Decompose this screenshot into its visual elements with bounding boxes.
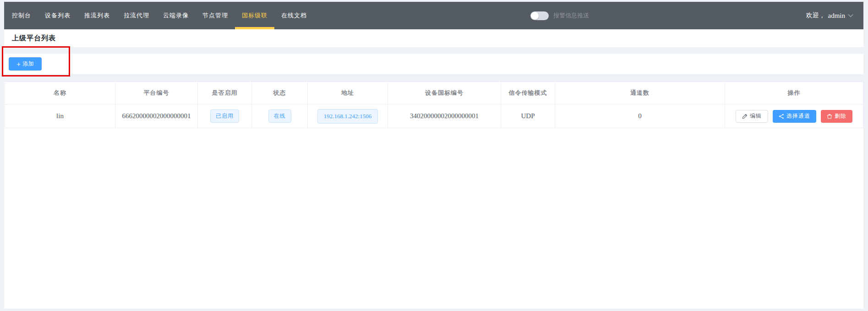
plus-icon: +	[16, 61, 20, 67]
platform-table-section: 名称 平台编号 是否启用 状态 地址 设备国标编号 信令传输模式 通道数 操作 …	[4, 82, 863, 309]
delete-button[interactable]: 删除	[821, 110, 852, 123]
toggle-knob	[531, 12, 539, 20]
cell-name: lin	[5, 104, 115, 128]
edit-button-label: 编辑	[750, 112, 762, 120]
cell-status: 在线	[252, 104, 308, 128]
col-header-actions: 操作	[725, 82, 863, 104]
page-header: 上级平台列表	[4, 29, 863, 47]
edit-button[interactable]: 编辑	[736, 110, 768, 123]
section-gap	[4, 47, 863, 54]
delete-button-label: 删除	[835, 112, 846, 120]
platform-table: 名称 平台编号 是否启用 状态 地址 设备国标编号 信令传输模式 通道数 操作 …	[5, 82, 863, 128]
col-header-enabled: 是否启用	[198, 82, 252, 104]
col-header-channel-count: 通道数	[555, 82, 725, 104]
col-header-transport: 信令传输模式	[501, 82, 555, 104]
col-header-status: 状态	[252, 82, 308, 104]
nav-item-device-list[interactable]: 设备列表	[38, 2, 77, 29]
page-title: 上级平台列表	[12, 34, 56, 43]
trash-icon	[827, 114, 832, 119]
select-channel-button[interactable]: 选择通道	[773, 110, 816, 123]
top-navbar: 控制台 设备列表 推流列表 拉流代理 云端录像 节点管理 国标级联 在线文档 报…	[4, 2, 863, 29]
toolbar: + 添加	[4, 54, 863, 74]
nav-item-cloud-record[interactable]: 云端录像	[156, 2, 196, 29]
table-header-row: 名称 平台编号 是否启用 状态 地址 设备国标编号 信令传输模式 通道数 操作	[5, 82, 863, 104]
alarm-push-toggle[interactable]	[530, 11, 549, 20]
nav-item-pull-proxy[interactable]: 拉流代理	[117, 2, 156, 29]
table-row: lin 66620000002000000001 已启用 在线 192.168.…	[5, 104, 863, 128]
section-gap	[4, 74, 863, 82]
cell-device-gb-id: 34020000002000000001	[388, 104, 501, 128]
row-actions: 编辑 选择通道 删除	[725, 110, 863, 123]
cell-enabled: 已启用	[198, 104, 252, 128]
col-header-platform-id: 平台编号	[115, 82, 198, 104]
chevron-down-icon	[848, 14, 853, 17]
cell-platform-id: 66620000002000000001	[115, 104, 198, 128]
enabled-badge: 已启用	[210, 109, 239, 123]
col-header-name: 名称	[5, 82, 115, 104]
nav-item-online-docs[interactable]: 在线文档	[274, 2, 314, 29]
main-menu: 控制台 设备列表 推流列表 拉流代理 云端录像 节点管理 国标级联 在线文档	[4, 2, 314, 29]
status-badge: 在线	[268, 109, 291, 123]
add-platform-button[interactable]: + 添加	[9, 57, 42, 71]
app-container: 控制台 设备列表 推流列表 拉流代理 云端录像 节点管理 国标级联 在线文档 报…	[4, 2, 863, 309]
nav-item-gb-cascade[interactable]: 国标级联	[235, 2, 274, 29]
welcome-text: 欢迎，	[806, 11, 825, 20]
user-menu[interactable]: 欢迎，admin	[806, 2, 864, 29]
nav-item-node-manage[interactable]: 节点管理	[196, 2, 235, 29]
select-channel-label: 选择通道	[786, 112, 810, 120]
cell-actions: 编辑 选择通道 删除	[725, 104, 863, 128]
nav-item-push-list[interactable]: 推流列表	[77, 2, 117, 29]
cell-channel-count: 0	[555, 104, 725, 128]
address-badge: 192.168.1.242:1506	[317, 109, 378, 124]
col-header-device-gb-id: 设备国标编号	[388, 82, 501, 104]
alarm-push-toggle-group: 报警信息推送	[530, 2, 589, 29]
col-header-address: 地址	[308, 82, 388, 104]
nav-item-console[interactable]: 控制台	[5, 2, 38, 29]
alarm-push-label: 报警信息推送	[553, 11, 589, 20]
cell-transport: UDP	[501, 104, 555, 128]
share-icon	[779, 114, 784, 119]
add-button-label: 添加	[23, 60, 34, 68]
edit-pencil-icon	[742, 114, 748, 119]
cell-address: 192.168.1.242:1506	[308, 104, 388, 128]
username: admin	[828, 12, 846, 20]
